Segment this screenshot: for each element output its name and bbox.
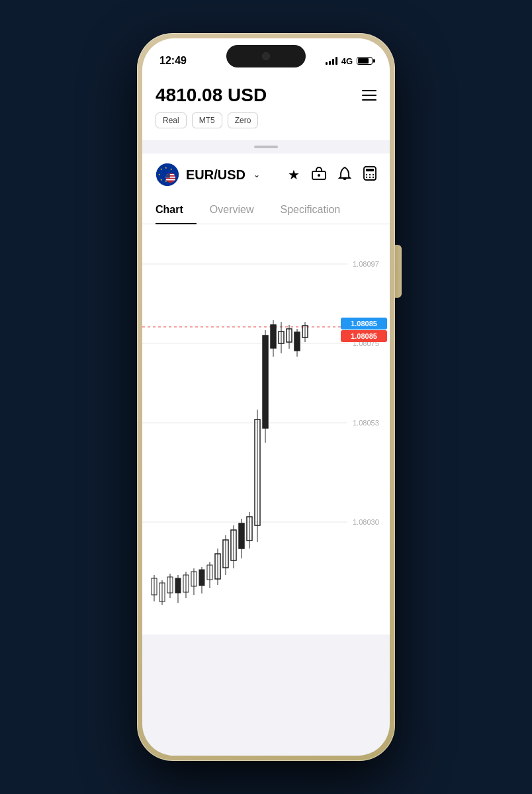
phone-screen: 12:49 4G 4810.08 USD xyxy=(142,38,390,756)
hamburger-menu-button[interactable] xyxy=(362,90,377,101)
chart-tabs: Chart Overview Specification xyxy=(142,196,390,224)
svg-point-20 xyxy=(366,173,367,175)
badge-zero[interactable]: Zero xyxy=(228,112,259,128)
svg-rect-14 xyxy=(165,179,175,181)
candlestick-chart[interactable]: 1.08097 1.08075 1.08053 1.08030 1.08085 … xyxy=(142,224,390,635)
instrument-selector[interactable]: ★ ★ ★ ★ ★ ★ ★ ★ xyxy=(155,163,260,187)
account-balance: 4810.08 USD xyxy=(155,85,267,106)
instrument-header: ★ ★ ★ ★ ★ ★ ★ ★ xyxy=(142,154,390,196)
phone-device: 12:49 4G 4810.08 USD xyxy=(137,33,395,761)
svg-text:★: ★ xyxy=(160,179,163,181)
alerts-button[interactable] xyxy=(338,166,351,184)
svg-text:★: ★ xyxy=(158,173,161,176)
candle-group-old xyxy=(152,320,308,605)
portfolio-button[interactable] xyxy=(312,167,326,183)
tab-specification[interactable]: Specification xyxy=(280,196,353,224)
badge-real[interactable]: Real xyxy=(155,112,187,128)
svg-rect-68 xyxy=(294,332,300,351)
tab-chart[interactable]: Chart xyxy=(155,196,197,224)
instrument-dropdown-icon: ⌄ xyxy=(253,170,260,179)
favorite-button[interactable]: ★ xyxy=(288,167,300,183)
price-label-4: 1.08030 xyxy=(353,518,379,526)
svg-rect-44 xyxy=(199,570,204,586)
svg-rect-54 xyxy=(239,523,244,549)
svg-rect-19 xyxy=(366,169,374,171)
dynamic-island xyxy=(226,45,306,67)
svg-text:1.08085: 1.08085 xyxy=(351,332,377,340)
svg-text:1.08085: 1.08085 xyxy=(351,320,377,328)
instrument-name: EUR/USD xyxy=(186,167,245,183)
status-icons: 4G xyxy=(326,56,373,66)
svg-text:★: ★ xyxy=(165,167,167,169)
svg-point-24 xyxy=(369,176,371,177)
price-label-3: 1.08053 xyxy=(353,419,379,427)
menu-line-3 xyxy=(362,99,377,101)
menu-line-1 xyxy=(362,90,377,91)
front-camera xyxy=(262,52,270,60)
svg-rect-60 xyxy=(263,335,268,428)
instrument-actions: ★ xyxy=(288,166,377,184)
account-header: 4810.08 USD Real MT5 Zero xyxy=(142,74,390,140)
price-label-1: 1.08097 xyxy=(353,260,379,268)
drag-bar xyxy=(254,146,278,148)
tab-overview[interactable]: Overview xyxy=(210,196,267,224)
svg-point-25 xyxy=(373,176,374,177)
svg-point-23 xyxy=(366,176,367,177)
drag-indicator xyxy=(142,140,390,154)
menu-line-2 xyxy=(362,95,377,96)
account-badges: Real MT5 Zero xyxy=(155,112,377,128)
badge-mt5[interactable]: MT5 xyxy=(192,112,222,128)
signal-icon xyxy=(326,57,337,65)
battery-icon xyxy=(357,57,373,65)
svg-point-22 xyxy=(373,173,374,175)
status-time: 12:49 xyxy=(159,55,187,67)
svg-rect-38 xyxy=(175,578,181,593)
svg-rect-62 xyxy=(271,325,276,348)
svg-point-21 xyxy=(369,173,371,175)
svg-text:★: ★ xyxy=(170,168,173,171)
svg-text:★: ★ xyxy=(160,168,163,171)
network-type: 4G xyxy=(341,56,353,66)
calculator-button[interactable] xyxy=(363,166,377,184)
svg-point-17 xyxy=(318,174,320,177)
currency-flag: ★ ★ ★ ★ ★ ★ ★ ★ xyxy=(155,163,179,187)
